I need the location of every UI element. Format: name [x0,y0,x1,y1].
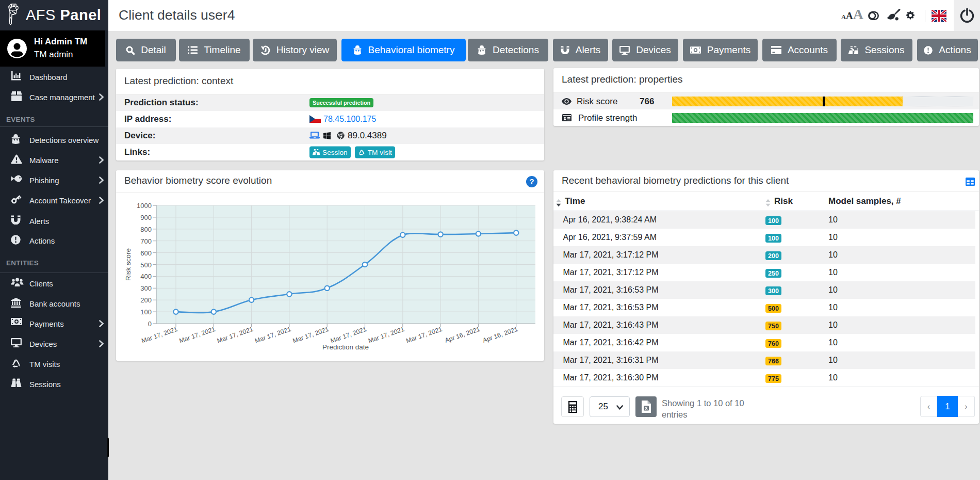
svg-text:Mar 17, 2021: Mar 17, 2021 [216,326,254,345]
svg-text:Prediction date: Prediction date [322,343,369,351]
svg-text:1000: 1000 [137,202,152,210]
svg-text:Mar 17, 2021: Mar 17, 2021 [367,326,405,345]
svg-text:600: 600 [140,249,152,257]
svg-text:0: 0 [148,320,152,328]
svg-text:Mar 17, 2021: Mar 17, 2021 [330,326,368,345]
svg-text:100: 100 [140,308,152,316]
svg-text:Mar 17, 2021: Mar 17, 2021 [140,326,178,345]
svg-text:200: 200 [140,296,152,304]
svg-text:Mar 17, 2021: Mar 17, 2021 [405,326,443,345]
svg-text:Risk score: Risk score [124,248,132,281]
svg-text:Apr 16, 2021: Apr 16, 2021 [444,326,481,344]
svg-text:Mar 17, 2021: Mar 17, 2021 [254,326,292,345]
svg-text:300: 300 [140,284,152,292]
svg-text:Mar 17, 2021: Mar 17, 2021 [292,326,330,345]
svg-text:700: 700 [140,237,152,245]
svg-text:Apr 16, 2021: Apr 16, 2021 [482,326,519,344]
svg-text:900: 900 [140,214,152,221]
svg-text:400: 400 [140,273,152,280]
svg-text:Mar 17, 2021: Mar 17, 2021 [178,326,217,345]
svg-text:?: ? [529,177,534,186]
svg-text:500: 500 [140,261,152,269]
svg-text:800: 800 [140,226,152,233]
